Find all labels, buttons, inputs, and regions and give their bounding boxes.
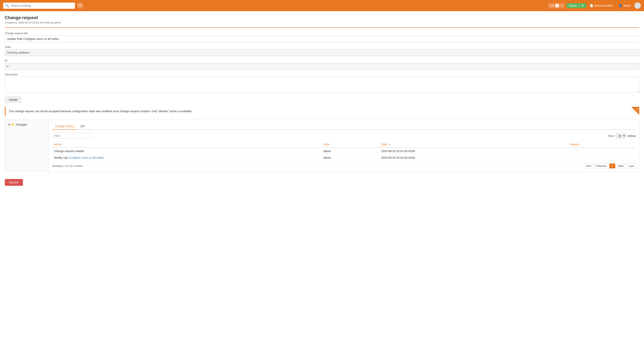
last-button[interactable]: Last	[626, 163, 636, 168]
changes-sidebar-header: ⊕ 📁 Changes	[8, 123, 46, 126]
id-input	[5, 63, 639, 70]
filter-input[interactable]	[52, 133, 92, 139]
docs-button[interactable]: 📄 Documentation	[588, 3, 615, 8]
search-box: 🔍	[3, 3, 75, 9]
navbar-right: CR 2 ▼ Status ✓ ▼ 📄 Documentation 👤 admi…	[548, 3, 641, 9]
docs-icon: 📄	[590, 4, 593, 7]
col-action[interactable]: Action	[52, 141, 322, 148]
col-date[interactable]: Date ▼	[380, 141, 568, 148]
first-button[interactable]: First	[584, 163, 594, 168]
cr-badge[interactable]: CR 2 ▼	[548, 3, 565, 8]
admin-label: admin	[623, 4, 631, 7]
warning-box: This change request can not be accepted …	[5, 107, 639, 116]
pagination: First Previous 1 Next Last	[584, 163, 636, 168]
previous-button[interactable]: Previous	[594, 163, 609, 168]
id-label: ID	[5, 59, 639, 62]
expand-icon[interactable]: ⊕	[8, 123, 10, 126]
page-subtitle: Created on 2020-06-29 20:01:04+0200 by a…	[5, 21, 639, 24]
table-footer: Showing 1 to 2 of 2 entries First Previo…	[52, 163, 636, 168]
navbar: 🔍 ? CR 2 ▼ Status ✓ ▼ 📄 Documentation 👤 …	[0, 0, 644, 11]
title-label: Change request title	[5, 32, 639, 35]
cr-label: CR	[550, 4, 554, 7]
data-table: Action Actor Date ▼ Reason	[52, 141, 636, 161]
status-chevron-icon: ▼	[582, 4, 584, 7]
form-title-group: Change request title	[5, 32, 639, 42]
state-input	[5, 49, 639, 56]
tab-diff[interactable]: Diff	[77, 123, 88, 130]
form-description-group: Description	[5, 73, 639, 93]
entries-label: entries	[628, 134, 636, 138]
col-reason[interactable]: Reason	[568, 141, 636, 148]
configure-users-link[interactable]: Configure users on all nodes	[68, 156, 104, 159]
col-actor[interactable]: Actor	[322, 141, 380, 148]
admin-button[interactable]: 👤 admin	[617, 3, 633, 8]
row2-actor: admin	[322, 155, 380, 161]
page-1-button[interactable]: 1	[609, 163, 615, 168]
admin-icon: 👤	[619, 4, 622, 7]
warning-corner-icon: ⓘ	[636, 108, 638, 111]
page-title: Change request	[5, 15, 639, 20]
tab-change-history[interactable]: Change history	[52, 123, 77, 130]
changes-label: Changes	[16, 123, 27, 126]
search-input[interactable]	[11, 4, 73, 7]
entries-select[interactable]: 10 25 50	[616, 133, 626, 139]
changes-section: ⊕ 📁 Changes Change history Diff Show 10 …	[5, 120, 639, 172]
orange-divider	[5, 27, 639, 28]
showing-text: Showing 1 to 2 of 2 entries	[52, 164, 83, 167]
tabs: Change history Diff	[52, 123, 636, 130]
row1-reason	[568, 148, 636, 155]
docs-label: Documentation	[594, 4, 613, 7]
row1-action: Change request created	[52, 148, 322, 155]
decline-button[interactable]: Decline	[5, 179, 23, 186]
help-button[interactable]: ?	[77, 3, 83, 9]
table-row: Modify rule Configure users on all nodes…	[52, 155, 636, 161]
status-badge[interactable]: Status ✓ ▼	[567, 3, 586, 8]
main-content: Change request Created on 2020-06-29 20:…	[0, 11, 644, 190]
next-button[interactable]: Next	[616, 163, 626, 168]
changes-main: Change history Diff Show 10 25 50 entrie…	[49, 120, 639, 172]
form-id-group: ID	[5, 59, 639, 70]
avatar	[634, 3, 641, 9]
title-input[interactable]	[5, 36, 639, 42]
state-label: State	[5, 46, 639, 49]
search-icon: 🔍	[5, 4, 9, 8]
folder-icon: 📁	[11, 123, 15, 126]
sort-icon: ▼	[389, 144, 391, 146]
cr-chevron-icon: ▼	[560, 4, 563, 7]
row2-date: 2020-06-29 20:01:04+0200	[380, 155, 568, 161]
changes-sidebar: ⊕ 📁 Changes	[5, 120, 49, 172]
description-label: Description	[5, 73, 639, 76]
description-textarea[interactable]	[5, 77, 639, 93]
row1-actor: admin	[322, 148, 380, 155]
help-icon: ?	[79, 4, 81, 8]
table-row: Change request created admin 2020-06-29 …	[52, 148, 636, 155]
show-label: Show	[608, 134, 614, 137]
row2-action: Modify rule Configure users on all nodes	[52, 155, 322, 161]
status-label: Status	[569, 4, 577, 7]
update-button[interactable]: Update	[5, 97, 21, 103]
form-state-group: State	[5, 46, 639, 56]
table-controls: Show 10 25 50 entries	[52, 133, 636, 139]
cr-count: 2	[555, 4, 559, 8]
row2-reason	[568, 155, 636, 161]
warning-text: This change request can not be accepted …	[9, 110, 636, 113]
status-check-icon: ✓	[578, 4, 580, 7]
row1-date: 2020-06-29 20:01:04+0200	[380, 148, 568, 155]
